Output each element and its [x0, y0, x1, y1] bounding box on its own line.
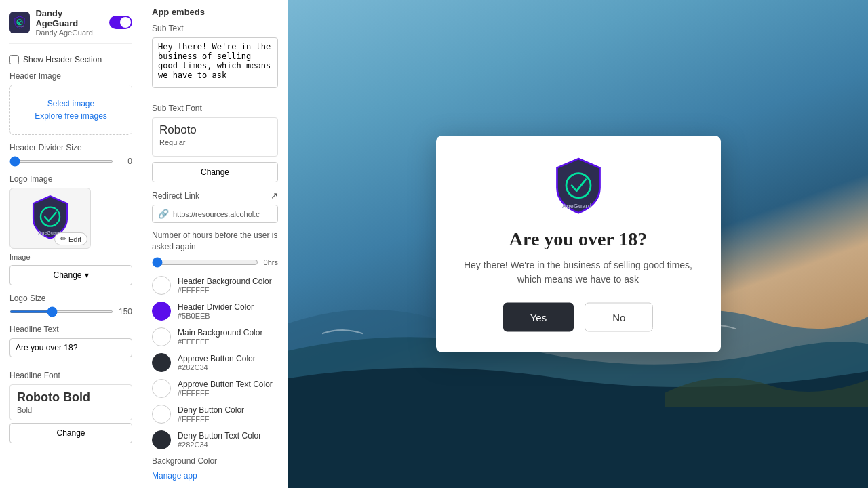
color-name-1: Header Divider Color: [178, 302, 254, 312]
horizon-svg: [665, 352, 868, 407]
select-image-btn[interactable]: Select image: [47, 99, 94, 108]
logo-size-slider[interactable]: [9, 310, 113, 313]
sidebar: AgeGuard Dandy AgeGuard Dandy AgeGuard S…: [0, 0, 142, 488]
headline-font-change-label: Change: [56, 428, 85, 438]
header-divider-value: 0: [119, 157, 132, 166]
header-image-box: Select image Explore free images: [9, 85, 132, 135]
color-circle-6[interactable]: [152, 430, 171, 449]
header-image-label: Header Image: [9, 71, 132, 81]
logo-size-slider-row: 150: [9, 307, 132, 317]
svg-text:AgeGuard: AgeGuard: [17, 26, 24, 27]
redirect-link-label: Redirect Link: [152, 191, 199, 201]
background-color-label: Background Color: [152, 456, 278, 466]
sub-text-font-change-label: Change: [201, 167, 229, 177]
color-circle-2[interactable]: [152, 327, 171, 346]
sidebar-app-header: AgeGuard Dandy AgeGuard Dandy AgeGuard: [9, 8, 132, 44]
modal-subtext: Hey there! We're in the business of sell…: [463, 258, 694, 287]
manage-app-link[interactable]: Manage app: [152, 471, 278, 481]
show-header-checkbox[interactable]: [9, 55, 19, 64]
color-row-0: Header Background Color#FFFFFF: [152, 276, 278, 295]
color-hex-4: #FFFFFF: [178, 389, 273, 397]
headline-text-input[interactable]: Are you over 18?: [9, 338, 132, 357]
edit-badge[interactable]: ✏ Edit: [54, 232, 87, 245]
color-row-3: Approve Button Color#282C34: [152, 353, 278, 372]
sub-text-font-change-btn[interactable]: Change: [152, 162, 278, 182]
color-circle-1[interactable]: [152, 302, 171, 321]
link-icon: 🔗: [158, 209, 169, 219]
logo-preview: AgeGuard ✏ Edit: [9, 188, 91, 249]
image-label: Image: [9, 253, 132, 261]
modal-buttons: Yes No: [463, 303, 694, 332]
logo-image-section: AgeGuard ✏ Edit Image Change ▾: [9, 188, 132, 285]
logo-change-label: Change: [53, 270, 81, 280]
logo-image-section-label: Logo Image: [9, 174, 132, 184]
hours-slider[interactable]: [152, 257, 258, 268]
header-divider-slider-row: 0: [9, 157, 132, 166]
logo-size-label: Logo Size: [9, 293, 132, 303]
color-name-6: Deny Button Text Color: [178, 431, 261, 441]
sidebar-logo-small: AgeGuard: [9, 12, 30, 33]
app-embeds-title: App embeds: [152, 7, 278, 17]
modal-title: Are you over 18?: [509, 228, 648, 250]
color-hex-5: #FFFFFF: [178, 415, 244, 423]
color-circle-5[interactable]: [152, 405, 171, 424]
hours-label: Number of hours before the user is asked…: [152, 230, 278, 253]
sidebar-app-name: Dandy AgeGuard: [35, 8, 103, 28]
sidebar-header-text: Dandy AgeGuard Dandy AgeGuard: [35, 8, 103, 37]
color-circle-0[interactable]: [152, 276, 171, 295]
sub-text-font-box: Roboto Regular: [152, 117, 278, 157]
explore-images-btn[interactable]: Explore free images: [35, 111, 107, 121]
color-circle-4[interactable]: [152, 379, 171, 398]
hours-slider-row: 0hrs: [152, 257, 278, 268]
color-row-4: Approve Button Text Color#FFFFFF: [152, 379, 278, 398]
age-modal: AgeGuard Are you over 18? Hey there! We'…: [436, 136, 721, 352]
color-name-4: Approve Button Text Color: [178, 380, 273, 389]
color-circle-3[interactable]: [152, 353, 171, 372]
redirect-input-row: 🔗 https://resources.alcohol.c: [152, 205, 278, 223]
color-rows: Header Background Color#FFFFFFHeader Div…: [152, 276, 278, 449]
show-header-label: Show Header Section: [23, 55, 102, 64]
headline-font-box: Roboto Bold Bold: [9, 384, 132, 420]
color-hex-2: #FFFFFF: [178, 338, 262, 346]
edit-label: Edit: [68, 235, 81, 243]
header-divider-slider[interactable]: [9, 160, 113, 163]
logo-change-btn[interactable]: Change ▾: [9, 265, 132, 285]
sub-text-label: Sub Text: [152, 24, 278, 33]
redirect-link-input[interactable]: https://resources.alcohol.c: [173, 210, 272, 218]
yes-button[interactable]: Yes: [503, 303, 574, 332]
color-hex-1: #5B0EEB: [178, 312, 254, 320]
color-row-5: Deny Button Color#FFFFFF: [152, 405, 278, 424]
redirect-link-row: Redirect Link ↗: [152, 190, 278, 201]
color-name-5: Deny Button Color: [178, 405, 244, 415]
headline-font-weight: Bold: [17, 406, 125, 414]
svg-text:AgeGuard: AgeGuard: [561, 203, 591, 209]
chevron-down-icon: ▾: [85, 270, 89, 280]
no-button[interactable]: No: [585, 303, 653, 332]
color-name-3: Approve Button Color: [178, 354, 256, 363]
sidebar-app-sub: Dandy AgeGuard: [35, 28, 103, 37]
external-link-icon[interactable]: ↗: [271, 190, 278, 201]
sub-text-font-weight: Regular: [159, 138, 271, 146]
show-header-row: Show Header Section: [9, 55, 132, 64]
color-name-2: Main Background Color: [178, 328, 262, 338]
modal-logo: AgeGuard: [548, 157, 609, 218]
hours-value: 0hrs: [264, 258, 278, 266]
sidebar-toggle[interactable]: [109, 16, 132, 29]
headline-font-change-btn[interactable]: Change: [9, 423, 132, 443]
color-row-6: Deny Button Text Color#282C34: [152, 430, 278, 449]
headline-text-label: Headline Text: [9, 325, 132, 334]
color-hex-6: #282C34: [178, 441, 261, 449]
logo-size-value: 150: [119, 307, 132, 317]
preview-background: AgeGuard Are you over 18? Hey there! We'…: [288, 0, 868, 488]
sub-text-textarea[interactable]: Hey there! We're in the business of sell…: [152, 37, 278, 88]
color-hex-3: #282C34: [178, 363, 256, 371]
color-row-2: Main Background Color#FFFFFF: [152, 327, 278, 346]
pencil-icon: ✏: [60, 235, 66, 243]
headline-font-label: Headline Font: [9, 371, 132, 380]
middle-panel: App embeds Sub Text Hey there! We're in …: [142, 0, 288, 488]
color-name-0: Header Background Color: [178, 277, 272, 286]
headline-font-name: Roboto Bold: [17, 390, 125, 405]
color-row-1: Header Divider Color#5B0EEB: [152, 302, 278, 321]
preview-area: AgeGuard Are you over 18? Hey there! We'…: [288, 0, 868, 488]
sub-text-font-name: Roboto: [159, 123, 271, 137]
